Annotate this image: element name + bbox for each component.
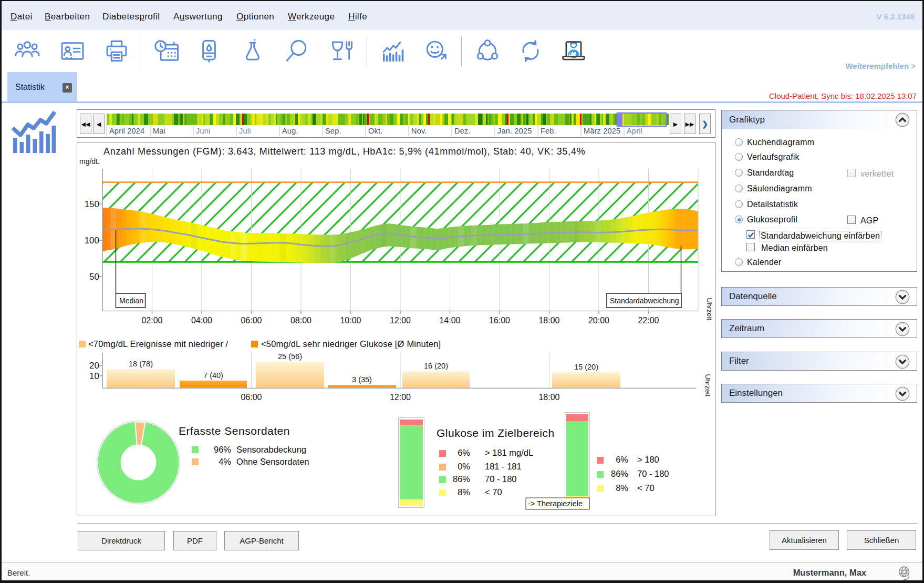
svg-text:Sep.: Sep.: [325, 127, 341, 135]
svg-text:7 (40): 7 (40): [203, 371, 223, 380]
svg-text:Standardabweichung: Standardabweichung: [610, 296, 679, 305]
svg-text:Mai: Mai: [153, 127, 165, 135]
svg-text:Okt.: Okt.: [368, 127, 382, 135]
svg-text:<50mg/dL sehr niedriger Glukos: <50mg/dL sehr niedriger Glukose [Ø Minut…: [261, 339, 441, 349]
svg-text:Anzahl Messungen (FGM): 3.643,: Anzahl Messungen (FGM): 3.643, Mittelwer…: [103, 146, 585, 157]
svg-text:Feb.: Feb.: [541, 127, 556, 135]
svg-text:10:00: 10:00: [340, 316, 361, 325]
svg-text:12:00: 12:00: [390, 393, 411, 402]
svg-text:Glukose im Zielbereich: Glukose im Zielbereich: [437, 427, 555, 439]
svg-text:18 (78): 18 (78): [129, 360, 153, 368]
svg-text:12:00: 12:00: [390, 316, 411, 325]
svg-text:< 70: < 70: [637, 483, 655, 493]
svg-text:10: 10: [89, 371, 99, 381]
svg-text:15 (20): 15 (20): [574, 363, 598, 371]
svg-text:86%: 86%: [453, 474, 470, 484]
svg-text:März 2025: März 2025: [584, 127, 620, 135]
svg-text:> 181 mg/dL: > 181 mg/dL: [485, 448, 533, 457]
svg-text:14:00: 14:00: [439, 316, 460, 325]
svg-text:<70mg/dL Ereignisse mit niedri: <70mg/dL Ereignisse mit niedriger /: [88, 339, 229, 349]
svg-text:16 (20): 16 (20): [424, 362, 448, 370]
svg-text:181 - 181: 181 - 181: [485, 462, 522, 471]
svg-text:04:00: 04:00: [191, 316, 212, 325]
svg-text:6%: 6%: [616, 455, 628, 464]
svg-text:Juli: Juli: [239, 127, 251, 135]
svg-text:6%: 6%: [458, 448, 470, 457]
svg-text:April: April: [627, 127, 642, 135]
svg-text:Erfasste Sensordaten: Erfasste Sensordaten: [179, 425, 290, 437]
svg-text:8%: 8%: [458, 487, 470, 497]
svg-text:< 70: < 70: [485, 487, 502, 497]
svg-text:70 - 180: 70 - 180: [637, 469, 669, 478]
svg-text:8%: 8%: [616, 483, 628, 493]
svg-text:18:00: 18:00: [538, 393, 559, 402]
svg-text:08:00: 08:00: [290, 316, 312, 325]
svg-text:Jan. 2025: Jan. 2025: [497, 127, 532, 135]
svg-text:06:00: 06:00: [241, 393, 262, 402]
svg-text:4%: 4%: [219, 457, 231, 466]
svg-text:18:00: 18:00: [538, 316, 559, 325]
svg-text:Aug.: Aug.: [282, 127, 298, 135]
svg-text:3 (35): 3 (35): [352, 375, 372, 384]
svg-text:02:00: 02:00: [141, 316, 162, 325]
svg-text:Juni: Juni: [196, 127, 210, 135]
svg-text:20: 20: [89, 361, 99, 371]
svg-text:Median: Median: [119, 296, 143, 305]
svg-text:0%: 0%: [458, 462, 470, 471]
svg-text:96%: 96%: [214, 445, 231, 454]
svg-text:150: 150: [85, 199, 99, 209]
svg-text:86%: 86%: [611, 469, 628, 478]
svg-text:Uhrzeit: Uhrzeit: [704, 374, 712, 397]
svg-text:Nov.: Nov.: [411, 127, 427, 135]
svg-text:16:00: 16:00: [489, 316, 510, 325]
svg-text:> 180: > 180: [637, 455, 659, 464]
svg-text:Ohne Sensordaten: Ohne Sensordaten: [236, 457, 309, 466]
svg-text:100: 100: [85, 236, 99, 246]
svg-text:50: 50: [89, 272, 99, 282]
svg-text:20:00: 20:00: [588, 316, 609, 325]
svg-text:Sensorabdeckung: Sensorabdeckung: [236, 445, 306, 454]
svg-text:06:00: 06:00: [241, 316, 262, 325]
svg-text:-> Therapieziele: -> Therapieziele: [528, 499, 583, 508]
svg-text:Dez.: Dez.: [454, 127, 471, 135]
svg-text:70 - 180: 70 - 180: [485, 474, 517, 484]
svg-text:Uhrzeit: Uhrzeit: [705, 298, 713, 321]
svg-text:mg/dL: mg/dL: [79, 157, 100, 166]
svg-text:25 (56): 25 (56): [278, 352, 302, 361]
svg-text:April 2024: April 2024: [109, 127, 144, 135]
svg-text:22:00: 22:00: [638, 316, 659, 325]
